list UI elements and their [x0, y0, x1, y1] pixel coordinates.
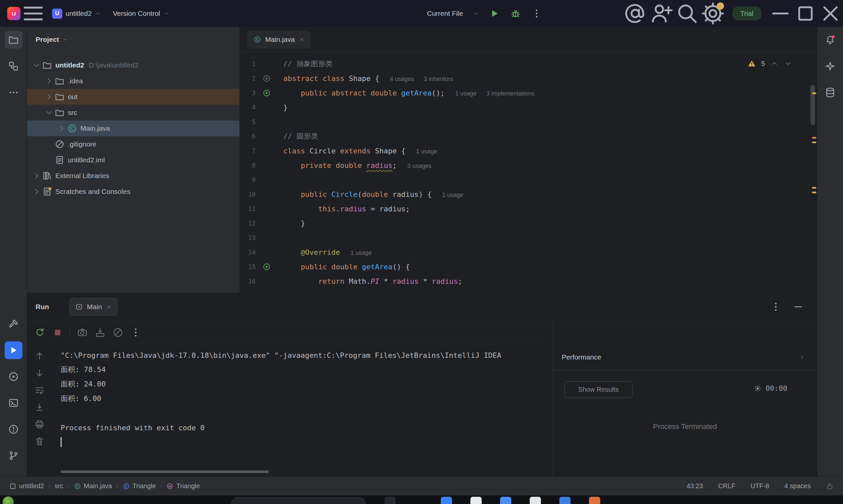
arrow-up-icon[interactable]	[34, 350, 45, 361]
tab-main-java[interactable]: C Main.java	[247, 31, 311, 48]
taskbar-app-icon[interactable]	[384, 497, 396, 504]
inlay-hint[interactable]: 4 usages	[390, 76, 414, 82]
chevron-right-icon[interactable]	[44, 92, 54, 102]
code-line[interactable]: 3 public abstract double getArea();1 usa…	[240, 86, 817, 100]
chevron-right-icon[interactable]	[44, 76, 54, 86]
code-line[interactable]: 2abstract class Shape {4 usages3 inherit…	[240, 71, 817, 86]
editor-body[interactable]: 1// 抽象图形类2abstract class Shape {4 usages…	[240, 52, 817, 292]
kebab-icon[interactable]	[130, 327, 141, 338]
stripe-mark[interactable]	[812, 137, 816, 139]
chevron-down-icon[interactable]	[784, 59, 793, 68]
console-horizontal-scrollbar[interactable]	[60, 470, 269, 473]
breadcrumb-item[interactable]: src	[55, 482, 64, 490]
breadcrumb-item[interactable]: mTriangle	[166, 482, 200, 490]
code-line[interactable]: 14 @Override1 usage	[240, 245, 817, 259]
indent-setting[interactable]: 4 spaces	[784, 482, 811, 490]
lock-icon[interactable]	[826, 482, 834, 490]
chevron-up-icon[interactable]	[770, 59, 779, 68]
close-icon[interactable]	[299, 37, 305, 42]
code-line[interactable]: 1// 抽象图形类	[240, 57, 817, 71]
camera-icon[interactable]	[77, 327, 88, 338]
code-line[interactable]: 6// 圆形类	[240, 129, 817, 144]
breadcrumb-item[interactable]: CMain.java	[74, 482, 112, 490]
run-tab-main[interactable]: Main	[70, 298, 118, 316]
vcs-widget[interactable]: Version Control	[107, 0, 175, 27]
debug-button[interactable]	[510, 8, 521, 19]
clear-icon[interactable]	[112, 327, 124, 338]
code-line[interactable]: 11 this.radius = radius;	[240, 201, 817, 216]
add-user-icon[interactable]	[649, 0, 674, 27]
taskbar-app-icon[interactable]	[559, 497, 570, 504]
tool-window-button-build[interactable]	[5, 315, 22, 333]
stripe-mark[interactable]	[812, 187, 816, 188]
tree-item--idea[interactable]: .idea	[27, 73, 240, 89]
chevron-right-icon[interactable]	[32, 187, 41, 197]
close-icon[interactable]	[106, 304, 112, 310]
search-icon[interactable]	[674, 0, 700, 27]
taskbar-start-icon[interactable]	[3, 497, 14, 504]
trash-icon[interactable]	[34, 436, 45, 447]
code-line[interactable]: 9	[240, 173, 817, 187]
tool-window-button-notifications[interactable]	[821, 31, 839, 49]
tree-item-src[interactable]: src	[27, 105, 240, 121]
breadcrumb-item[interactable]: CTriangle	[123, 482, 156, 490]
chevron-down-icon[interactable]	[44, 108, 54, 118]
run-config-label[interactable]: Current File	[427, 10, 463, 17]
code-line[interactable]: 16 return Math.PI * radius * radius;	[240, 274, 817, 288]
code-line[interactable]: 5	[240, 114, 817, 129]
project-widget[interactable]: U untitled2	[46, 0, 107, 27]
tool-window-button-problems[interactable]	[5, 420, 22, 438]
inlay-hint[interactable]: 1 usage	[455, 90, 476, 97]
impl-down-icon[interactable]	[262, 89, 271, 97]
project-panel-header[interactable]: Project	[27, 27, 240, 52]
tree-item-out[interactable]: out	[27, 89, 240, 105]
tree-item-main-java[interactable]: CMain.java	[27, 121, 240, 136]
tool-window-button-structure[interactable]	[5, 57, 22, 75]
code-with-me-icon[interactable]	[623, 0, 649, 27]
taskbar-app-icon[interactable]	[500, 497, 511, 504]
tree-item--gitignore[interactable]: .gitignore	[27, 136, 240, 152]
breadcrumb-item[interactable]: untitled2	[9, 482, 44, 490]
run-options-icon[interactable]	[770, 301, 781, 312]
tool-window-button-database[interactable]	[821, 84, 839, 102]
chevron-right-icon[interactable]	[57, 123, 67, 133]
show-results-button[interactable]: Show Results	[564, 381, 632, 398]
record-icon[interactable]	[754, 384, 762, 392]
tool-window-button-run[interactable]	[5, 341, 22, 359]
inlay-hint[interactable]: 1 usage	[416, 148, 437, 155]
taskbar-app-icon[interactable]	[470, 497, 481, 504]
inlay-hint[interactable]: 3 implementations	[486, 90, 534, 97]
editor-scrollbar[interactable]	[810, 85, 815, 125]
code-line[interactable]: 7class Circle extends Shape {1 usage	[240, 144, 817, 158]
code-line[interactable]: 15 public double getArea() {	[240, 259, 817, 274]
code-line[interactable]: 8 private double radius;3 usages	[240, 158, 817, 173]
inlay-hint[interactable]: 1 usage	[351, 250, 372, 256]
impl-down-icon[interactable]	[262, 74, 271, 83]
run-button[interactable]	[489, 8, 500, 19]
stripe-mark[interactable]	[812, 192, 816, 193]
tool-window-button-services[interactable]	[5, 368, 22, 385]
arrow-down-icon[interactable]	[34, 368, 45, 378]
code-line[interactable]: 12 }	[240, 216, 817, 231]
tree-item-untitled2-iml[interactable]: untitled2.iml	[27, 152, 240, 168]
code-area[interactable]: 1// 抽象图形类2abstract class Shape {4 usages…	[240, 52, 817, 288]
impl-up-icon[interactable]	[262, 263, 271, 271]
settings-gear-icon[interactable]	[700, 0, 726, 27]
soft-wrap-icon[interactable]	[34, 385, 45, 395]
code-line[interactable]: 10 public Circle(double radius) {1 usage	[240, 187, 817, 201]
trial-badge[interactable]: Trial	[732, 6, 761, 20]
taskbar-search-box[interactable]	[231, 497, 366, 504]
tab-options-icon[interactable]	[806, 34, 817, 45]
tool-window-button-version-control[interactable]	[5, 447, 22, 465]
tool-window-button-ai-assistant[interactable]	[821, 57, 839, 75]
more-actions-icon[interactable]	[531, 8, 542, 19]
window-close-button[interactable]	[818, 0, 843, 27]
tree-item-scratches-and-consoles[interactable]: Scratches and Consoles	[27, 184, 240, 199]
chevron-right-icon[interactable]	[32, 171, 41, 181]
code-line[interactable]: 4}	[240, 100, 817, 114]
scroll-end-icon[interactable]	[34, 402, 45, 413]
inlay-hint[interactable]: 1 usage	[442, 192, 463, 198]
caret-position[interactable]: 43:23	[686, 482, 703, 490]
code-line[interactable]: 13	[240, 231, 817, 245]
tool-window-button-more-tool-windows[interactable]	[5, 84, 22, 102]
